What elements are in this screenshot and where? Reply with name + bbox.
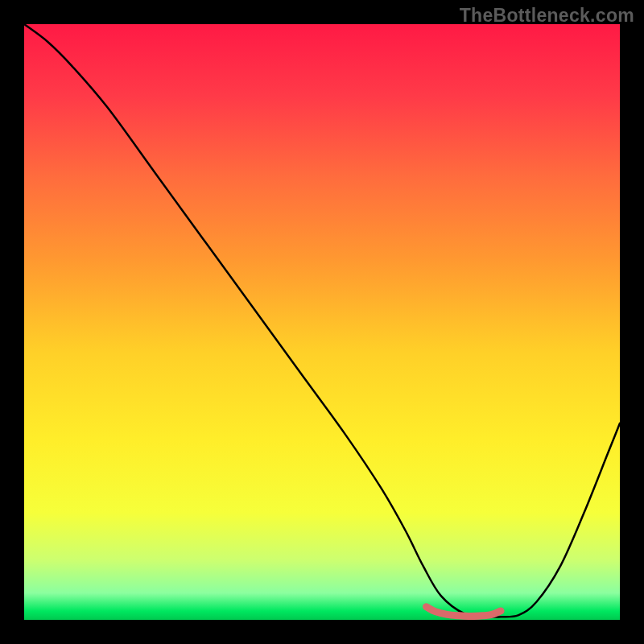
gradient-background	[24, 24, 620, 620]
chart-frame: TheBottleneck.com	[0, 0, 644, 644]
chart-svg	[24, 24, 620, 620]
plot-area	[24, 24, 620, 620]
watermark-label: TheBottleneck.com	[460, 5, 634, 27]
